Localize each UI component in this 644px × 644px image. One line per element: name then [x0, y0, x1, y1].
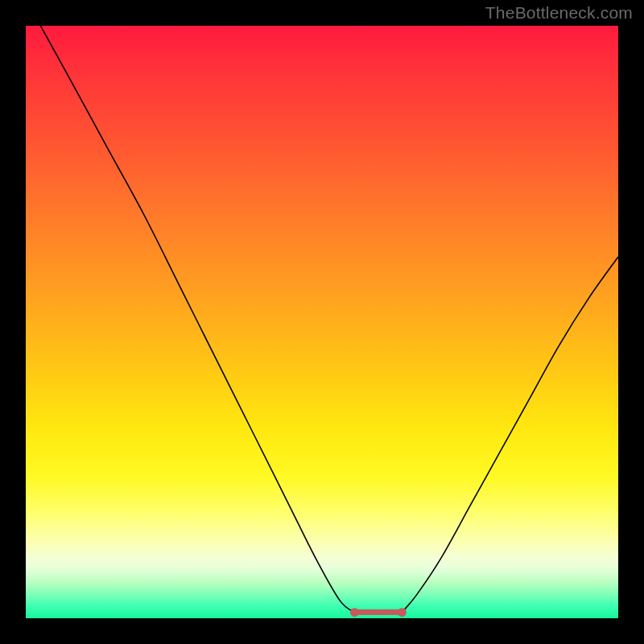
plot-area	[26, 26, 618, 618]
bottleneck-curve-svg	[26, 26, 618, 618]
optimal-flat-dot-right	[398, 608, 407, 617]
right-curve	[402, 257, 618, 613]
left-curve	[40, 26, 354, 613]
chart-stage: TheBottleneck.com	[0, 0, 644, 644]
watermark-source: TheBottleneck.com	[485, 3, 633, 23]
optimal-flat-dot-left	[350, 608, 359, 617]
